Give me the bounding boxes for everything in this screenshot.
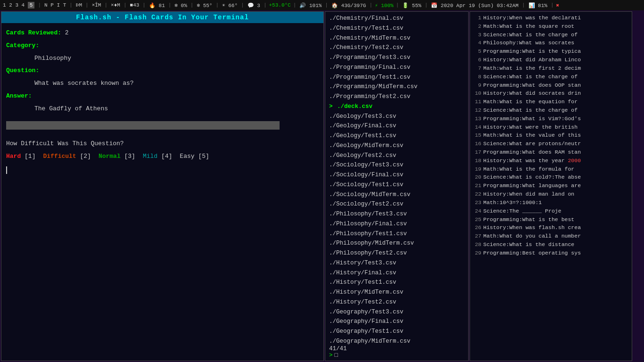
question-list-item: 13Programming:What is Vim?:God's xyxy=(472,115,630,123)
question-list-item: 10History:What did socrates drin xyxy=(472,89,630,98)
cursor-blink xyxy=(6,166,7,174)
file-item[interactable]: ./Chemistry/Final.csv xyxy=(325,14,468,24)
diff-normal-label[interactable]: Normal xyxy=(99,153,121,160)
question-list-item: 2Math:What is the square root xyxy=(472,22,630,31)
difficulty-options[interactable]: Hard [1] Difficult [2] Normal [3] Mild [… xyxy=(6,153,319,160)
flashcard-title: Flash.sh - Flash Cards In Your Terminal xyxy=(1,12,323,23)
question-list-item: 12Science:What is the charge of xyxy=(472,106,630,115)
diff-mild[interactable]: Mild [4] xyxy=(143,153,172,160)
question-list-item: 22History:When did man land on xyxy=(472,190,630,198)
file-item[interactable]: ./Geology/Test2.csv xyxy=(325,151,468,161)
diff-easy[interactable]: Easy [5] xyxy=(180,153,209,160)
diff-normal[interactable]: Normal [3] xyxy=(99,153,135,160)
file-item[interactable]: ./History/MidTerm.csv xyxy=(325,288,468,297)
file-item[interactable]: ./Chemistry/MidTerm.csv xyxy=(325,33,468,43)
file-item-selected[interactable]: > ./deck.csv xyxy=(325,102,468,112)
question-list-item: 28Science:What is the distance xyxy=(472,240,630,249)
tb-volume: 🔊 101% xyxy=(298,2,322,8)
question-label: Question: xyxy=(6,67,39,74)
prompt-line[interactable]: > □ xyxy=(329,352,464,359)
file-item[interactable]: ./Philosophy/Final.csv xyxy=(325,219,468,229)
question-list-item: 18History:What was the year 2000 xyxy=(472,156,630,165)
file-item[interactable]: ./Sociology/Test2.csv xyxy=(325,199,468,209)
category-label: Category: xyxy=(6,42,39,49)
file-item[interactable]: ./Sociology/MidTerm.csv xyxy=(325,190,468,200)
question-label-line: Question: xyxy=(6,66,319,76)
question-list-item: 4Philosophy:What was socrates xyxy=(472,39,630,47)
diff-hard-label[interactable]: Hard xyxy=(6,153,21,160)
file-count: 41/41 xyxy=(329,346,464,352)
file-item[interactable]: ./History/Final.csv xyxy=(325,268,468,278)
tb-snow1: ❄ 0% xyxy=(173,2,188,8)
file-item[interactable]: ./Programming/MidTerm.csv xyxy=(325,82,468,92)
question-list-panel: 1History:When was the declarati 2Math:Wh… xyxy=(470,11,632,361)
file-item[interactable]: ./Programming/Final.csv xyxy=(325,63,468,73)
diff-difficult-label[interactable]: Difficult xyxy=(43,153,76,160)
file-item[interactable]: ./Sociology/Test1.csv xyxy=(325,180,468,190)
question-list-item: 15Math:What is the value of this xyxy=(472,131,630,140)
file-item[interactable]: ./Geology/Test3.csv xyxy=(325,112,468,122)
answer-label-line: Answer: xyxy=(6,91,319,101)
diff-easy-key: [5] xyxy=(198,153,209,160)
file-item[interactable]: ./Programming/Test3.csv xyxy=(325,53,468,63)
question-list-item: 7Math:what is the first 2 decim xyxy=(472,64,630,73)
file-item[interactable]: ./Geology/MidTerm.csv xyxy=(325,141,468,151)
question-list-item: 24Science:The ______ Proje xyxy=(472,207,630,215)
file-item[interactable]: ./Philosophy/Test1.csv xyxy=(325,229,468,239)
cards-reviewed-line: Cards Reviewed: 2 xyxy=(6,28,319,38)
main-layout: Flash.sh - Flash Cards In Your Terminal … xyxy=(0,10,644,362)
diff-hard[interactable]: Hard [1] xyxy=(6,153,35,160)
tb-temp: +53.0°C xyxy=(269,2,291,8)
tb-fire: 🔥 81 xyxy=(148,2,166,8)
file-item[interactable]: ./Geography/MidTerm.csv xyxy=(325,337,468,345)
tb-workspaces[interactable]: 1 2 3 4 5 xyxy=(2,2,35,8)
file-item[interactable]: ./Philosophy/MidTerm.csv xyxy=(325,239,468,248)
file-item[interactable]: ./History/Test2.csv xyxy=(325,297,468,307)
file-item[interactable]: ./Programming/Test1.csv xyxy=(325,73,468,82)
file-list-content[interactable]: ./Chemistry/Final.csv ./Chemistry/Test1.… xyxy=(325,12,468,345)
file-item[interactable]: ./Geology/Test1.csv xyxy=(325,131,468,141)
question-list-item: 29Programming:Best operating sys xyxy=(472,249,630,257)
diff-easy-label[interactable]: Easy xyxy=(180,153,194,160)
file-item[interactable]: ./Chemistry/Test1.csv xyxy=(325,24,468,33)
category-line: Category: xyxy=(6,41,319,51)
diff-difficult[interactable]: Difficult [2] xyxy=(43,153,91,160)
cards-reviewed-label: Cards Reviewed: xyxy=(6,29,61,36)
tb-xm: ×♦M xyxy=(110,2,121,8)
file-item[interactable]: ./Geography/Test1.csv xyxy=(325,327,468,337)
diff-mild-label[interactable]: Mild xyxy=(143,153,157,160)
tb-battery: 🔋 55% xyxy=(401,2,422,8)
file-item[interactable]: ./Geography/Test3.csv xyxy=(325,307,468,317)
file-item[interactable]: ./Sociology/Test3.csv xyxy=(325,160,468,170)
progress-bar xyxy=(6,121,280,130)
flashcard-content: Cards Reviewed: 2 Category: Philosophy Q… xyxy=(1,23,323,361)
topbar: 1 2 3 4 5 | N P I T | ÞM | ×ÎM | ×♦M | ■… xyxy=(0,0,644,10)
diff-hard-key: [1] xyxy=(25,153,35,160)
question-list-item: 9Programming:What does OOP stan xyxy=(472,81,630,90)
file-item[interactable]: ./Chemistry/Test2.csv xyxy=(325,43,468,53)
file-item[interactable]: ./History/Test1.csv xyxy=(325,278,468,288)
file-item[interactable]: ./Geology/Final.csv xyxy=(325,121,468,131)
file-item[interactable]: ./Programming/Test2.csv xyxy=(325,92,468,102)
prompt-input[interactable]: □ xyxy=(335,352,339,359)
cursor-line xyxy=(6,166,319,174)
question-value: What was socrates known as? xyxy=(6,79,319,89)
tb-snow2: ❄ 55° xyxy=(196,2,213,8)
question-list-item: 3Science:What is the charge of xyxy=(472,31,630,39)
file-item[interactable]: ./Philosophy/Test3.csv xyxy=(325,209,468,219)
tb-sun: ☀ 66° xyxy=(221,2,239,8)
answer-value: The Gadfly of Athens xyxy=(6,104,319,114)
file-item[interactable]: ./Sociology/Final.csv xyxy=(325,170,468,180)
tb-close[interactable]: ✖ xyxy=(556,2,560,8)
file-item[interactable]: ./Philosophy/Test2.csv xyxy=(325,248,468,258)
answer-label: Answer: xyxy=(6,92,32,99)
file-item[interactable]: ./History/Test3.csv xyxy=(325,258,468,268)
question-list-item: 5Programming:What is the typica xyxy=(472,47,630,56)
file-item[interactable]: ./Geography/Final.csv xyxy=(325,317,468,327)
question-list-item: 26History:When was flash.sh crea xyxy=(472,223,630,232)
category-value: Philosophy xyxy=(6,54,319,64)
flashcard-panel: Flash.sh - Flash Cards In Your Terminal … xyxy=(1,11,324,361)
tb-power: ⚡ 100% xyxy=(375,2,394,8)
diff-mild-key: [4] xyxy=(161,153,172,160)
difficulty-prompt: How Difficult Was This Question? xyxy=(6,140,319,147)
